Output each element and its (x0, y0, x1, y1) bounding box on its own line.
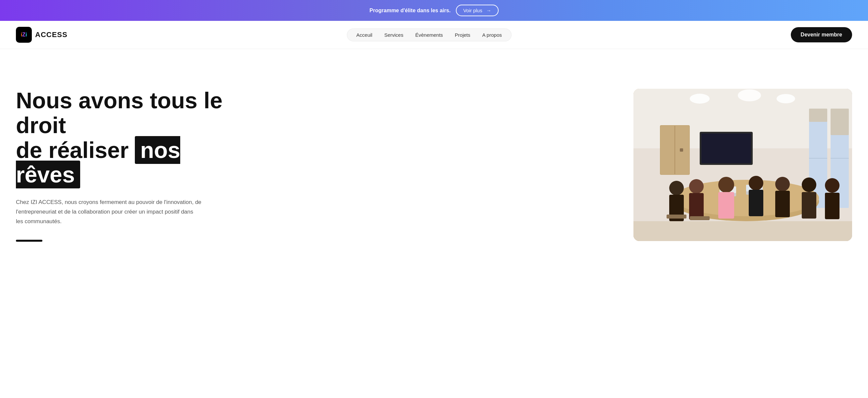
svg-rect-11 (809, 109, 827, 122)
svg-point-23 (669, 181, 684, 195)
svg-rect-34 (802, 192, 816, 219)
svg-rect-32 (775, 191, 790, 217)
hero-underline (16, 240, 42, 242)
svg-point-25 (689, 179, 704, 194)
logo-area: i Z i ACCESS (16, 27, 68, 43)
svg-point-27 (718, 177, 734, 193)
nav-item-acceuil[interactable]: Acceuil (356, 32, 372, 38)
svg-rect-38 (690, 216, 710, 220)
nav-item-projets[interactable]: Projets (455, 32, 470, 38)
hero-title-line3-prefix: de réaliser (16, 137, 128, 163)
svg-rect-36 (825, 193, 839, 219)
nav-item-a-propos[interactable]: A propos (483, 32, 502, 38)
devenir-membre-button[interactable]: Devenir membre (791, 27, 852, 42)
nav-item-evenements[interactable]: Évènements (415, 32, 443, 38)
svg-rect-10 (831, 109, 849, 135)
hero-title-line2: droit (16, 112, 66, 138)
navbar: i Z i ACCESS Acceuil Services Évènements… (0, 21, 868, 49)
hero-title: Nous avons tous le droit de réaliser nos… (16, 88, 241, 187)
svg-point-33 (802, 177, 816, 192)
hero-image-wrapper (633, 89, 852, 241)
svg-rect-5 (680, 148, 683, 152)
hero-description: Chez IZI ACCESS, nous croyons fermement … (16, 198, 202, 227)
hero-section: Nous avons tous le droit de réaliser nos… (0, 49, 868, 274)
logo-icon: i Z i (16, 27, 32, 43)
announcement-text: Programme d'élite dans les airs. (369, 8, 451, 13)
announcement-banner: Programme d'élite dans les airs. Voir pl… (0, 0, 868, 21)
nav-item-services[interactable]: Services (384, 32, 404, 38)
hero-title-line1: Nous avons tous le (16, 88, 222, 113)
svg-rect-28 (718, 192, 734, 219)
svg-rect-30 (749, 190, 763, 216)
svg-rect-37 (666, 214, 686, 219)
hero-image (633, 89, 852, 241)
voir-plus-button[interactable]: Voir plus → (456, 5, 499, 16)
svg-point-35 (825, 178, 839, 193)
hero-content: Nous avons tous le droit de réaliser nos… (16, 88, 241, 242)
nav-links: Acceuil Services Évènements Projets A pr… (347, 29, 512, 41)
arrow-icon: → (486, 8, 491, 13)
svg-point-16 (777, 94, 795, 103)
svg-rect-39 (633, 221, 852, 241)
voir-plus-label: Voir plus (463, 8, 483, 13)
svg-rect-26 (689, 193, 704, 220)
svg-point-31 (775, 177, 790, 191)
logo-text: ACCESS (35, 30, 68, 39)
svg-point-14 (690, 94, 710, 104)
svg-rect-13 (701, 133, 751, 163)
svg-point-15 (738, 90, 761, 101)
logo-icon-inner: i Z i (16, 27, 32, 43)
meeting-room-illustration (633, 89, 852, 241)
svg-point-29 (749, 176, 763, 190)
logo-letter-i2: i (26, 32, 27, 38)
logo-letter-z: Z (22, 32, 26, 38)
